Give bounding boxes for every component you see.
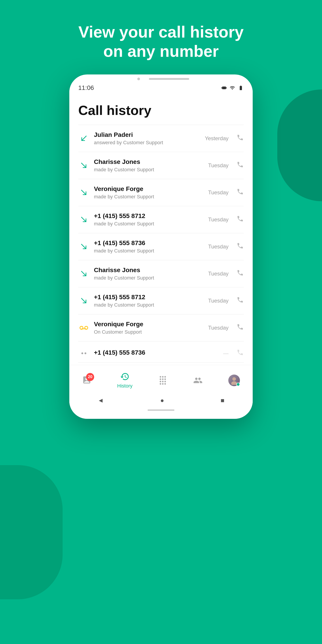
call-phone-icon[interactable] <box>236 134 244 143</box>
call-item[interactable]: Veronique Forge On Customer Support Tues… <box>78 314 244 342</box>
phone-notch <box>149 78 189 80</box>
call-sub: made by Customer Support <box>94 194 204 200</box>
call-sub: answered by Customer Support <box>94 140 200 146</box>
call-direction-icon <box>78 268 90 279</box>
call-time: Yesterday <box>205 135 228 142</box>
call-name: +1 (415) 555 8712 <box>94 212 204 220</box>
call-info: Julian Paderi answered by Customer Suppo… <box>94 131 200 146</box>
phone-speaker <box>137 78 140 80</box>
call-time: — <box>223 350 228 356</box>
call-sub: made by Customer Support <box>94 275 204 281</box>
status-icons <box>222 85 244 90</box>
call-time: Tuesday <box>208 325 228 331</box>
call-phone-icon[interactable] <box>236 161 244 170</box>
call-item[interactable]: Veronique Forge made by Customer Support… <box>78 179 244 206</box>
call-info: Charisse Jones made by Customer Support <box>94 158 204 173</box>
inbox-badge-count: 20 <box>86 373 94 381</box>
call-sub: made by Customer Support <box>94 302 204 308</box>
nav-item-dialpad[interactable] <box>154 374 172 387</box>
call-sub: made by Customer Support <box>94 167 204 173</box>
call-info: +1 (415) 555 8736 made by Customer Suppo… <box>94 240 204 254</box>
call-phone-icon[interactable] <box>236 349 244 358</box>
home-button[interactable]: ● <box>160 397 164 404</box>
inbox-badge-container: 20 <box>82 375 92 386</box>
page-title: Call history <box>78 98 244 125</box>
call-time: Tuesday <box>208 270 228 277</box>
call-direction-icon <box>78 295 90 306</box>
online-indicator <box>236 382 240 386</box>
call-phone-icon[interactable] <box>236 323 244 332</box>
call-sub: made by Customer Support <box>94 248 204 254</box>
svg-point-3 <box>232 377 236 381</box>
back-button[interactable]: ◄ <box>98 397 104 404</box>
call-phone-icon[interactable] <box>236 242 244 251</box>
status-time: 11:06 <box>78 84 94 92</box>
call-name: +1 (415) 555 8712 <box>94 294 204 301</box>
phone-content: Call history Julian Paderi answered by C… <box>69 94 253 363</box>
call-phone-icon[interactable] <box>236 296 244 305</box>
nav-item-history[interactable]: History <box>113 370 137 391</box>
scroll-indicator <box>148 410 174 411</box>
call-direction-icon <box>78 241 90 252</box>
call-info: Veronique Forge On Customer Support <box>94 321 204 335</box>
call-item[interactable]: +1 (415) 555 8736 — <box>78 342 244 363</box>
call-name: +1 (415) 555 8736 <box>94 240 204 247</box>
call-item[interactable]: +1 (415) 555 8736 made by Customer Suppo… <box>78 233 244 260</box>
call-phone-icon[interactable] <box>236 188 244 197</box>
nav-item-inbox[interactable]: 20 <box>78 373 96 388</box>
svg-point-4 <box>231 381 237 385</box>
call-sub: made by Customer Support <box>94 221 204 227</box>
call-direction-icon <box>78 160 90 171</box>
header-title-line1: View your call history <box>78 23 244 41</box>
call-info: +1 (415) 555 8712 made by Customer Suppo… <box>94 212 204 227</box>
call-name: Veronique Forge <box>94 185 204 192</box>
history-icon <box>120 372 130 381</box>
call-name: +1 (415) 555 8736 <box>94 349 219 356</box>
call-direction-icon <box>78 187 90 198</box>
call-info: +1 (415) 555 8712 made by Customer Suppo… <box>94 294 204 308</box>
android-nav-bar: ◄ ● ■ <box>69 393 253 410</box>
call-list: Julian Paderi answered by Customer Suppo… <box>78 125 244 363</box>
recent-button[interactable]: ■ <box>221 397 224 404</box>
call-time: Tuesday <box>208 244 228 250</box>
status-bar: 11:06 <box>69 82 253 94</box>
call-item[interactable]: +1 (415) 555 8712 made by Customer Suppo… <box>78 287 244 314</box>
call-name: Charisse Jones <box>94 266 204 274</box>
call-name: Charisse Jones <box>94 158 204 166</box>
call-direction-icon <box>78 214 90 225</box>
call-time: Tuesday <box>208 190 228 196</box>
call-name: Veronique Forge <box>94 321 204 328</box>
bottom-nav: 20 History <box>69 365 253 393</box>
call-sub: On Customer Support <box>94 329 204 335</box>
phone-frame: 11:06 Call history <box>69 74 253 419</box>
call-phone-icon[interactable] <box>236 215 244 224</box>
header-title-line2: on any number <box>103 42 219 60</box>
voicemail-icon <box>78 322 90 334</box>
dialpad-icon <box>158 376 168 385</box>
wifi-icon <box>230 85 235 90</box>
call-item[interactable]: Charisse Jones made by Customer Support … <box>78 152 244 179</box>
call-time: Tuesday <box>208 298 228 304</box>
call-item[interactable]: +1 (415) 555 8712 made by Customer Suppo… <box>78 206 244 233</box>
call-phone-icon[interactable] <box>236 269 244 278</box>
call-info: Veronique Forge made by Customer Support <box>94 185 204 200</box>
call-info: Charisse Jones made by Customer Support <box>94 266 204 281</box>
svg-rect-2 <box>82 328 86 329</box>
call-info: +1 (415) 555 8736 <box>94 349 219 358</box>
battery-icon <box>238 85 244 90</box>
call-direction-icon <box>78 348 90 359</box>
call-name: Julian Paderi <box>94 131 200 138</box>
call-direction-icon <box>78 133 90 144</box>
call-time: Tuesday <box>208 162 228 168</box>
call-item[interactable]: Charisse Jones made by Customer Support … <box>78 260 244 287</box>
history-nav-label: History <box>117 383 132 389</box>
call-time: Tuesday <box>208 216 228 223</box>
team-icon <box>193 376 202 385</box>
call-item[interactable]: Julian Paderi answered by Customer Suppo… <box>78 125 244 152</box>
nav-item-team[interactable] <box>189 374 207 387</box>
nav-item-profile[interactable] <box>224 372 244 388</box>
header-section: View your call history on any number <box>78 0 244 74</box>
vibrate-icon <box>222 85 227 90</box>
